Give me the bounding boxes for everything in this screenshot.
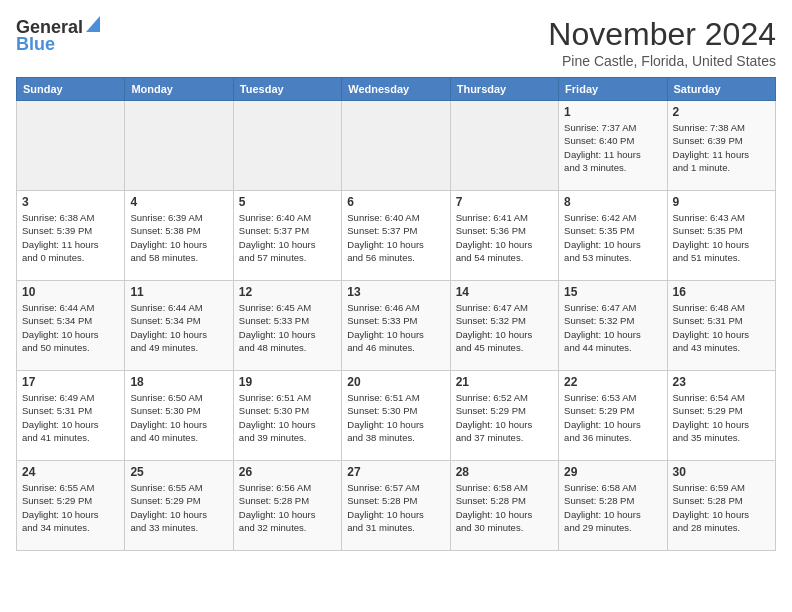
day-number: 30 xyxy=(673,465,770,479)
day-info: Sunrise: 6:44 AMSunset: 5:34 PMDaylight:… xyxy=(130,301,227,354)
svg-marker-0 xyxy=(86,16,100,32)
calendar-cell: 12Sunrise: 6:45 AMSunset: 5:33 PMDayligh… xyxy=(233,281,341,371)
calendar-cell: 1Sunrise: 7:37 AMSunset: 6:40 PMDaylight… xyxy=(559,101,667,191)
day-info: Sunrise: 6:54 AMSunset: 5:29 PMDaylight:… xyxy=(673,391,770,444)
weekday-header-monday: Monday xyxy=(125,78,233,101)
calendar-cell: 25Sunrise: 6:55 AMSunset: 5:29 PMDayligh… xyxy=(125,461,233,551)
weekday-header-friday: Friday xyxy=(559,78,667,101)
calendar-cell xyxy=(233,101,341,191)
day-number: 13 xyxy=(347,285,444,299)
day-number: 25 xyxy=(130,465,227,479)
day-info: Sunrise: 6:41 AMSunset: 5:36 PMDaylight:… xyxy=(456,211,553,264)
weekday-header-sunday: Sunday xyxy=(17,78,125,101)
day-info: Sunrise: 6:58 AMSunset: 5:28 PMDaylight:… xyxy=(456,481,553,534)
calendar-cell: 7Sunrise: 6:41 AMSunset: 5:36 PMDaylight… xyxy=(450,191,558,281)
calendar-cell xyxy=(125,101,233,191)
day-number: 1 xyxy=(564,105,661,119)
calendar-cell: 16Sunrise: 6:48 AMSunset: 5:31 PMDayligh… xyxy=(667,281,775,371)
day-info: Sunrise: 6:51 AMSunset: 5:30 PMDaylight:… xyxy=(239,391,336,444)
calendar-cell: 5Sunrise: 6:40 AMSunset: 5:37 PMDaylight… xyxy=(233,191,341,281)
calendar-cell: 27Sunrise: 6:57 AMSunset: 5:28 PMDayligh… xyxy=(342,461,450,551)
day-info: Sunrise: 6:40 AMSunset: 5:37 PMDaylight:… xyxy=(347,211,444,264)
weekday-header-saturday: Saturday xyxy=(667,78,775,101)
day-number: 12 xyxy=(239,285,336,299)
calendar-cell: 17Sunrise: 6:49 AMSunset: 5:31 PMDayligh… xyxy=(17,371,125,461)
day-number: 15 xyxy=(564,285,661,299)
weekday-header-tuesday: Tuesday xyxy=(233,78,341,101)
title-block: November 2024 Pine Castle, Florida, Unit… xyxy=(548,16,776,69)
day-number: 27 xyxy=(347,465,444,479)
day-info: Sunrise: 6:46 AMSunset: 5:33 PMDaylight:… xyxy=(347,301,444,354)
calendar-cell: 19Sunrise: 6:51 AMSunset: 5:30 PMDayligh… xyxy=(233,371,341,461)
day-info: Sunrise: 6:49 AMSunset: 5:31 PMDaylight:… xyxy=(22,391,119,444)
day-number: 28 xyxy=(456,465,553,479)
calendar-cell: 23Sunrise: 6:54 AMSunset: 5:29 PMDayligh… xyxy=(667,371,775,461)
day-info: Sunrise: 6:48 AMSunset: 5:31 PMDaylight:… xyxy=(673,301,770,354)
weekday-header-row: SundayMondayTuesdayWednesdayThursdayFrid… xyxy=(17,78,776,101)
calendar-cell xyxy=(342,101,450,191)
calendar-cell xyxy=(450,101,558,191)
day-number: 2 xyxy=(673,105,770,119)
calendar-cell: 2Sunrise: 7:38 AMSunset: 6:39 PMDaylight… xyxy=(667,101,775,191)
day-number: 14 xyxy=(456,285,553,299)
calendar-cell: 14Sunrise: 6:47 AMSunset: 5:32 PMDayligh… xyxy=(450,281,558,371)
calendar-cell: 26Sunrise: 6:56 AMSunset: 5:28 PMDayligh… xyxy=(233,461,341,551)
month-title: November 2024 xyxy=(548,16,776,53)
calendar-cell: 9Sunrise: 6:43 AMSunset: 5:35 PMDaylight… xyxy=(667,191,775,281)
day-info: Sunrise: 6:51 AMSunset: 5:30 PMDaylight:… xyxy=(347,391,444,444)
day-info: Sunrise: 6:42 AMSunset: 5:35 PMDaylight:… xyxy=(564,211,661,264)
logo: General Blue xyxy=(16,16,100,55)
day-info: Sunrise: 6:47 AMSunset: 5:32 PMDaylight:… xyxy=(564,301,661,354)
calendar-week-4: 24Sunrise: 6:55 AMSunset: 5:29 PMDayligh… xyxy=(17,461,776,551)
calendar-cell: 8Sunrise: 6:42 AMSunset: 5:35 PMDaylight… xyxy=(559,191,667,281)
logo-blue-text: Blue xyxy=(16,34,55,55)
day-number: 23 xyxy=(673,375,770,389)
day-info: Sunrise: 6:40 AMSunset: 5:37 PMDaylight:… xyxy=(239,211,336,264)
page-header: General Blue November 2024 Pine Castle, … xyxy=(16,16,776,69)
day-info: Sunrise: 6:45 AMSunset: 5:33 PMDaylight:… xyxy=(239,301,336,354)
day-info: Sunrise: 6:55 AMSunset: 5:29 PMDaylight:… xyxy=(130,481,227,534)
day-number: 24 xyxy=(22,465,119,479)
day-number: 21 xyxy=(456,375,553,389)
day-info: Sunrise: 6:58 AMSunset: 5:28 PMDaylight:… xyxy=(564,481,661,534)
day-number: 10 xyxy=(22,285,119,299)
day-number: 11 xyxy=(130,285,227,299)
day-info: Sunrise: 6:59 AMSunset: 5:28 PMDaylight:… xyxy=(673,481,770,534)
calendar-cell: 28Sunrise: 6:58 AMSunset: 5:28 PMDayligh… xyxy=(450,461,558,551)
calendar-week-1: 3Sunrise: 6:38 AMSunset: 5:39 PMDaylight… xyxy=(17,191,776,281)
calendar-cell: 13Sunrise: 6:46 AMSunset: 5:33 PMDayligh… xyxy=(342,281,450,371)
day-number: 9 xyxy=(673,195,770,209)
day-info: Sunrise: 7:38 AMSunset: 6:39 PMDaylight:… xyxy=(673,121,770,174)
calendar-header: SundayMondayTuesdayWednesdayThursdayFrid… xyxy=(17,78,776,101)
calendar-cell: 10Sunrise: 6:44 AMSunset: 5:34 PMDayligh… xyxy=(17,281,125,371)
day-number: 26 xyxy=(239,465,336,479)
day-number: 29 xyxy=(564,465,661,479)
day-number: 22 xyxy=(564,375,661,389)
calendar-week-0: 1Sunrise: 7:37 AMSunset: 6:40 PMDaylight… xyxy=(17,101,776,191)
weekday-header-wednesday: Wednesday xyxy=(342,78,450,101)
calendar-cell: 30Sunrise: 6:59 AMSunset: 5:28 PMDayligh… xyxy=(667,461,775,551)
day-info: Sunrise: 7:37 AMSunset: 6:40 PMDaylight:… xyxy=(564,121,661,174)
logo-triangle-icon xyxy=(86,16,100,36)
day-number: 7 xyxy=(456,195,553,209)
day-info: Sunrise: 6:50 AMSunset: 5:30 PMDaylight:… xyxy=(130,391,227,444)
calendar-table: SundayMondayTuesdayWednesdayThursdayFrid… xyxy=(16,77,776,551)
day-number: 4 xyxy=(130,195,227,209)
calendar-body: 1Sunrise: 7:37 AMSunset: 6:40 PMDaylight… xyxy=(17,101,776,551)
day-number: 19 xyxy=(239,375,336,389)
day-number: 17 xyxy=(22,375,119,389)
day-number: 3 xyxy=(22,195,119,209)
calendar-cell: 3Sunrise: 6:38 AMSunset: 5:39 PMDaylight… xyxy=(17,191,125,281)
day-info: Sunrise: 6:52 AMSunset: 5:29 PMDaylight:… xyxy=(456,391,553,444)
day-number: 6 xyxy=(347,195,444,209)
calendar-cell: 20Sunrise: 6:51 AMSunset: 5:30 PMDayligh… xyxy=(342,371,450,461)
day-number: 20 xyxy=(347,375,444,389)
day-info: Sunrise: 6:57 AMSunset: 5:28 PMDaylight:… xyxy=(347,481,444,534)
calendar-cell xyxy=(17,101,125,191)
calendar-cell: 6Sunrise: 6:40 AMSunset: 5:37 PMDaylight… xyxy=(342,191,450,281)
calendar-cell: 15Sunrise: 6:47 AMSunset: 5:32 PMDayligh… xyxy=(559,281,667,371)
calendar-week-3: 17Sunrise: 6:49 AMSunset: 5:31 PMDayligh… xyxy=(17,371,776,461)
day-info: Sunrise: 6:47 AMSunset: 5:32 PMDaylight:… xyxy=(456,301,553,354)
calendar-cell: 4Sunrise: 6:39 AMSunset: 5:38 PMDaylight… xyxy=(125,191,233,281)
calendar-week-2: 10Sunrise: 6:44 AMSunset: 5:34 PMDayligh… xyxy=(17,281,776,371)
